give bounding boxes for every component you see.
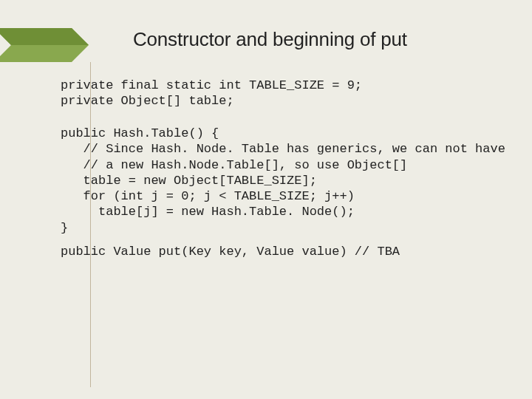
- code-line: for (int j = 0; j < TABLE_SIZE; j++): [61, 189, 355, 203]
- code-line: // a new Hash.Node.Table[], so use Objec…: [61, 158, 407, 172]
- code-line: public Value put(Key key, Value value) /…: [61, 245, 400, 259]
- code-line: private Object[] table;: [61, 94, 234, 108]
- code-line: table = new Object[TABLE_SIZE];: [61, 174, 317, 188]
- code-line: table[j] = new Hash.Table. Node();: [61, 205, 355, 219]
- code-line: public Hash.Table() {: [61, 126, 219, 140]
- slide: Constructor and beginning of put private…: [0, 0, 532, 399]
- code-line: }: [61, 221, 68, 235]
- svg-marker-1: [0, 28, 89, 45]
- slide-title: Constructor and beginning of put: [133, 28, 407, 51]
- code-line: private final static int TABLE_SIZE = 9;: [61, 78, 362, 92]
- code-constructor: public Hash.Table() { // Since Hash. Nod…: [61, 126, 505, 236]
- decorative-chevron-icon: [0, 28, 98, 62]
- code-line: // Since Hash. Node. Table has generics,…: [61, 142, 505, 156]
- code-put-signature: public Value put(Key key, Value value) /…: [61, 244, 400, 259]
- code-declarations: private final static int TABLE_SIZE = 9;…: [61, 78, 362, 109]
